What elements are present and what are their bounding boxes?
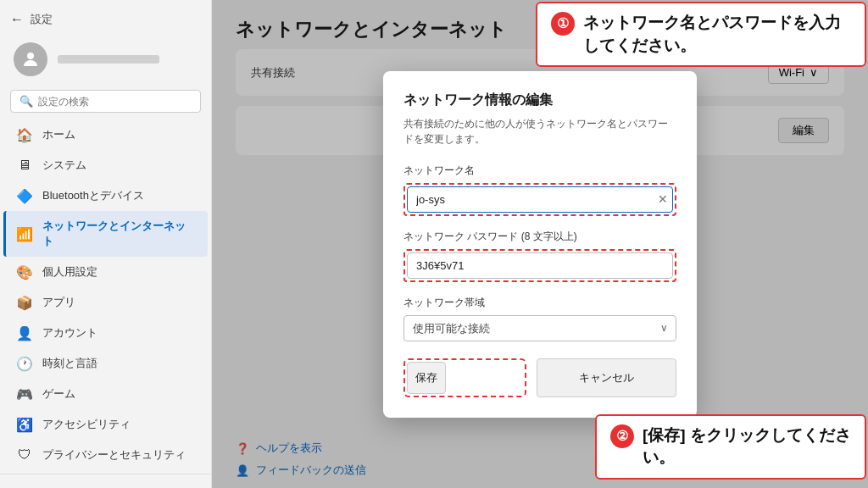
sidebar: ← 設定 🔍 🏠 ホーム🖥 システム🔷 Bluetoothとデバイス📶 ネットワ… (0, 0, 212, 488)
dialog-title: ネットワーク情報の編集 (403, 92, 676, 109)
main-content: ネットワークとインターネット 共有接続 Wi-Fi ∨ 編集 ❓ ヘルプを表示👤 (212, 0, 868, 488)
annotation-2-text: [保存] をクリックしてください。 (643, 424, 851, 469)
sidebar-item-system[interactable]: 🖥 システム (3, 150, 208, 180)
sidebar-item-label-network: ネットワークとインターネット (42, 219, 194, 249)
privacy-icon: 🛡 (17, 447, 32, 463)
annotation-2: ② [保存] をクリックしてください。 (595, 414, 866, 480)
sidebar-item-personalization[interactable]: 🎨 個人用設定 (3, 257, 208, 287)
sidebar-item-privacy[interactable]: 🛡 プライバシーとセキュリティ (3, 440, 208, 470)
network-password-group: ネットワーク パスワード (8 文字以上) (403, 230, 676, 282)
sidebar-item-label-time: 時刻と言語 (42, 356, 97, 371)
settings-window: ← 設定 🔍 🏠 ホーム🖥 システム🔷 Bluetoothとデバイス📶 ネットワ… (0, 0, 868, 488)
personalization-icon: 🎨 (17, 264, 32, 280)
sidebar-item-label-game: ゲーム (42, 386, 75, 402)
search-input[interactable] (38, 96, 192, 108)
sidebar-item-time[interactable]: 🕐 時刻と言語 (3, 348, 208, 379)
user-name (58, 55, 159, 64)
apps-icon: 📦 (17, 295, 32, 310)
sidebar-item-bluetooth[interactable]: 🔷 Bluetoothとデバイス (3, 180, 208, 211)
annotation-2-number: ② (610, 424, 634, 448)
sidebar-item-network[interactable]: 📶 ネットワークとインターネット (3, 211, 208, 257)
bluetooth-icon: 🔷 (17, 188, 32, 203)
sidebar-item-label-personalization: 個人用設定 (42, 264, 97, 280)
network-name-wrap: ✕ (403, 183, 676, 216)
network-name-input[interactable] (407, 186, 673, 213)
search-icon: 🔍 (19, 95, 33, 108)
network-band-label: ネットワーク帯域 (403, 296, 676, 310)
network-band-select-wrap: 使用可能な接続 ∨ (403, 315, 676, 341)
nav-list: 🏠 ホーム🖥 システム🔷 Bluetoothとデバイス📶 ネットワークとインター… (0, 119, 211, 474)
dialog: ネットワーク情報の編集 共有接続のために他の人が使うネットワーク名とパスワードを… (383, 71, 697, 418)
network-band-select[interactable]: 使用可能な接続 (403, 315, 676, 341)
home-icon: 🏠 (17, 127, 32, 142)
dialog-actions: 保存 キャンセル (403, 358, 676, 397)
sidebar-item-home[interactable]: 🏠 ホーム (3, 119, 208, 150)
svg-point-0 (27, 53, 34, 59)
search-box[interactable]: 🔍 (10, 90, 201, 113)
save-button[interactable]: 保存 (407, 362, 446, 394)
network-name-group: ネットワーク名 ✕ (403, 164, 676, 216)
annotation-1-number: ① (551, 12, 575, 36)
sidebar-item-label-apps: アプリ (42, 295, 75, 310)
accessibility-icon: ♿ (17, 417, 32, 432)
network-icon: 📶 (17, 226, 32, 241)
system-icon: 🖥 (17, 158, 32, 173)
back-button[interactable]: ← 設定 (0, 7, 211, 32)
sidebar-item-apps[interactable]: 📦 アプリ (3, 287, 208, 318)
network-band-group: ネットワーク帯域 使用可能な接続 ∨ (403, 296, 676, 341)
sidebar-item-label-privacy: プライバシーとセキュリティ (42, 447, 186, 463)
sidebar-item-label-system: システム (42, 158, 86, 173)
avatar (14, 42, 47, 76)
sidebar-bottom (0, 474, 211, 488)
sidebar-item-game[interactable]: 🎮 ゲーム (3, 379, 208, 409)
network-password-input[interactable] (407, 252, 673, 279)
clear-network-name-button[interactable]: ✕ (658, 192, 668, 206)
game-icon: 🎮 (17, 386, 32, 402)
sidebar-item-accounts[interactable]: 👤 アカウント (3, 318, 208, 348)
dialog-description: 共有接続のために他の人が使うネットワーク名とパスワードを変更します。 (403, 116, 676, 147)
accounts-icon: 👤 (17, 325, 32, 341)
sidebar-item-label-accounts: アカウント (42, 325, 97, 341)
sidebar-item-label-home: ホーム (42, 127, 75, 142)
back-arrow-icon: ← (10, 12, 24, 27)
network-name-label: ネットワーク名 (403, 164, 676, 178)
cancel-button[interactable]: キャンセル (537, 358, 676, 397)
time-icon: 🕐 (17, 356, 32, 371)
network-password-label: ネットワーク パスワード (8 文字以上) (403, 230, 676, 244)
annotation-1: ① ネットワーク名とパスワードを入力してください。 (536, 2, 866, 67)
sidebar-item-accessibility[interactable]: ♿ アクセシビリティ (3, 409, 208, 440)
back-label: 設定 (31, 12, 53, 27)
user-profile (0, 32, 211, 86)
annotation-1-text: ネットワーク名とパスワードを入力してください。 (583, 12, 851, 57)
sidebar-item-label-accessibility: アクセシビリティ (42, 417, 131, 432)
sidebar-item-label-bluetooth: Bluetoothとデバイス (42, 188, 144, 203)
